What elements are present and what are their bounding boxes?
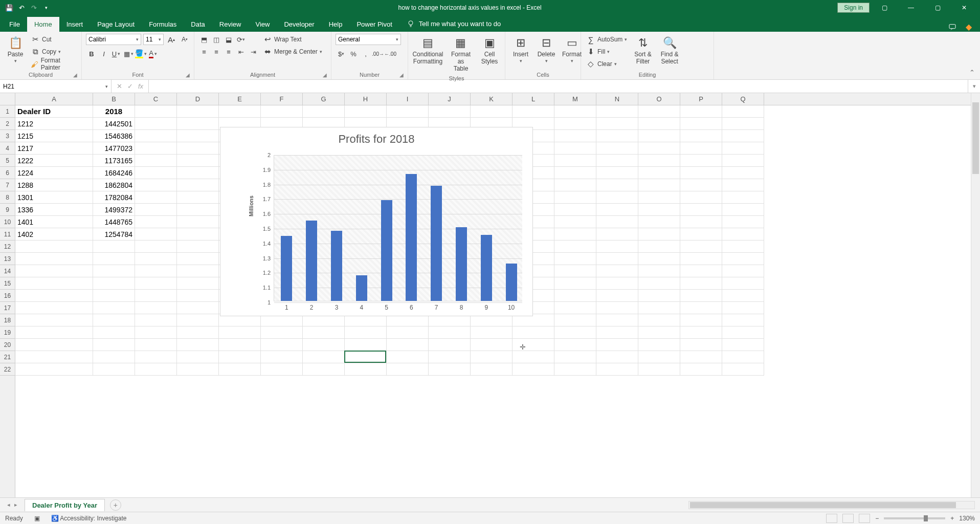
cell[interactable] [471,351,513,363]
cell[interactable]: 1222 [15,155,93,167]
scrollbar-thumb[interactable] [972,102,979,174]
cell[interactable] [554,253,596,265]
cell[interactable] [303,326,345,339]
cell[interactable]: 1173165 [93,155,135,167]
column-header[interactable]: H [345,93,387,105]
cut-button[interactable]: ✂Cut [30,34,77,45]
cell[interactable]: 1477023 [93,142,135,155]
tab-help[interactable]: Help [322,17,350,32]
row-header[interactable]: 8 [0,191,15,204]
cell[interactable] [680,204,722,216]
sign-in-button[interactable]: Sign in [837,3,870,13]
close-icon[interactable]: ✕ [952,0,976,15]
conditional-formatting-button[interactable]: ▤Conditional Formatting [412,34,443,68]
cell[interactable] [135,216,177,228]
cell[interactable] [513,363,554,376]
cell[interactable] [680,277,722,290]
row-header[interactable]: 18 [0,314,15,326]
align-bottom-icon[interactable]: ⬓ [223,34,234,45]
accept-formula-icon[interactable]: ✓ [127,82,133,90]
cell[interactable] [722,277,764,290]
insert-cells-button[interactable]: ⊞Insert▾ [509,34,532,66]
cell[interactable] [177,216,219,228]
maximize-icon[interactable]: ▢ [926,0,949,15]
column-header[interactable]: G [303,93,345,105]
cell[interactable] [177,253,219,265]
cell[interactable] [638,118,680,130]
cell[interactable] [554,204,596,216]
row-header[interactable]: 10 [0,216,15,228]
cell[interactable] [177,241,219,253]
page-layout-view-icon[interactable] [842,514,854,523]
column-header[interactable]: L [513,93,554,105]
column-header[interactable]: K [471,93,513,105]
cell[interactable]: 1301 [15,191,93,204]
column-header[interactable]: C [135,93,177,105]
cell[interactable]: 1448765 [93,216,135,228]
cell[interactable] [261,105,303,118]
cell[interactable] [680,290,722,302]
cell[interactable] [638,130,680,142]
cell[interactable] [135,265,177,277]
comma-format-icon[interactable]: , [360,48,371,59]
zoom-slider[interactable] [884,517,945,519]
cell[interactable] [554,290,596,302]
cell[interactable] [554,228,596,241]
cell[interactable] [596,241,638,253]
cell[interactable] [554,265,596,277]
column-header[interactable]: A [15,93,93,105]
tell-me-search[interactable]: Tell me what you want to do [399,15,508,32]
cell[interactable] [93,339,135,351]
column-header[interactable]: J [429,93,471,105]
cell[interactable]: 1402 [15,228,93,241]
cell[interactable] [680,179,722,191]
redo-icon[interactable]: ↷ [30,4,38,12]
formula-input[interactable] [149,80,968,93]
cell[interactable] [261,351,303,363]
cell[interactable] [177,265,219,277]
cell[interactable] [93,326,135,339]
cell[interactable] [177,118,219,130]
column-header[interactable]: B [93,93,135,105]
cell[interactable] [177,167,219,179]
cell[interactable] [429,351,471,363]
cell[interactable] [93,265,135,277]
cell[interactable] [596,204,638,216]
cell[interactable] [638,191,680,204]
cell[interactable] [303,363,345,376]
cell[interactable] [261,326,303,339]
cell[interactable] [303,105,345,118]
zoom-level[interactable]: 130% [959,515,975,522]
number-launcher-icon[interactable]: ◢ [399,72,404,78]
cell[interactable] [638,265,680,277]
row-header[interactable]: 9 [0,204,15,216]
cell[interactable] [596,302,638,314]
cell[interactable] [135,290,177,302]
cell[interactable] [638,363,680,376]
column-header[interactable]: I [387,93,429,105]
cell[interactable] [554,118,596,130]
cell[interactable] [596,253,638,265]
cell[interactable] [722,130,764,142]
cell[interactable] [471,105,513,118]
sheet-tab-active[interactable]: Dealer Profit by Year [25,499,105,511]
cell[interactable] [596,105,638,118]
cell[interactable] [554,277,596,290]
row-header[interactable]: 16 [0,290,15,302]
cell[interactable] [93,351,135,363]
cell[interactable] [15,241,93,253]
font-launcher-icon[interactable]: ◢ [186,72,190,78]
tab-formulas[interactable]: Formulas [142,17,184,32]
minimize-icon[interactable]: — [899,0,923,15]
cell[interactable] [680,118,722,130]
page-break-view-icon[interactable] [859,514,870,523]
cell[interactable] [722,179,764,191]
expand-formula-bar-icon[interactable]: ▾ [968,80,980,93]
align-left-icon[interactable]: ≡ [198,46,210,57]
copy-button[interactable]: ⧉Copy▾ [30,46,77,57]
cell[interactable] [219,363,261,376]
cell[interactable] [177,314,219,326]
cell[interactable] [15,314,93,326]
cell[interactable] [722,290,764,302]
cell[interactable] [554,179,596,191]
